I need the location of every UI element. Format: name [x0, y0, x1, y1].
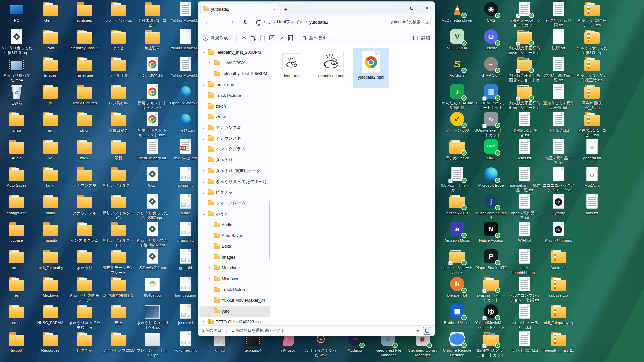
sidebar-item[interactable]: ›TETO-OUset240323.zip — [199, 317, 270, 325]
desktop-item[interactable]: 父子キャンプ2018 — [102, 330, 135, 353]
desktop-item[interactable]: zh-tw — [68, 138, 101, 160]
desktop-item[interactable]: ヘルスコンプレッション__歌詞.txt — [508, 276, 541, 302]
desktop-item[interactable]: ♪kiokumed.mid — [169, 330, 202, 353]
sidebar-item[interactable]: ›__MACOSX — [199, 58, 270, 68]
desktop-item[interactable]: ▦↗✓HDDFMT.exe - ショートカット — [475, 83, 507, 110]
chevron-icon[interactable]: › — [207, 298, 212, 303]
desktop-item[interactable]: ↗✓backup - ショートカット — [441, 248, 473, 275]
desktop-item[interactable]: YukkuriMovieM... — [169, 56, 202, 78]
desktop-item[interactable]: 売上 — [102, 303, 135, 325]
desktop-item[interactable]: ⚙MoZA.ini — [576, 166, 608, 188]
desktop-item[interactable]: ∿↗✓JQuake.exe - ショートカット — [475, 111, 507, 137]
desktop-item[interactable]: OpenCvSharp.dll... — [136, 138, 168, 165]
desktop-item[interactable]: テンポあて.html — [136, 56, 168, 78]
chevron-icon[interactable]: › — [201, 169, 206, 173]
file-tile[interactable]: icon.png — [274, 48, 310, 88]
desktop-item[interactable]: きゅうり食ってた午後三時 — [68, 303, 101, 330]
desktop-item[interactable]: ピクチャ — [68, 330, 101, 353]
breadcrumb[interactable]: › … › Htmlファイル › yutodata2 — [253, 17, 386, 27]
desktop-item[interactable]: ko — [34, 138, 66, 160]
desktop-item[interactable]: YukkuriMovieM... — [169, 1, 202, 23]
chevron-icon[interactable]: › — [201, 82, 206, 87]
sidebar-item[interactable]: ›フォトフレーム — [199, 198, 270, 209]
desktop-item[interactable]: ↗✓無人販売不正行為動画 - ショートカット — [508, 83, 541, 110]
desktop-item[interactable]: 営業日変更 — [102, 111, 135, 133]
desktop-item[interactable]: TimeTune — [68, 56, 101, 78]
desktop-item[interactable]: きゅうり食ってた.mp4 — [1, 56, 33, 82]
desktop-item[interactable]: きゅうり食ってた午後三時.zip — [576, 56, 608, 82]
chevron-icon[interactable]: › — [201, 158, 206, 163]
sidebar-item[interactable]: Telepathy_Inst_205BPM — [199, 68, 270, 79]
desktop-item[interactable]: Audio — [1, 138, 33, 160]
chevron-icon[interactable]: › — [207, 309, 212, 314]
desktop-item[interactable]: フォトフレーム — [102, 1, 135, 23]
desktop-item[interactable]: midi_Telepathy — [34, 248, 66, 270]
large-icons-view-icon[interactable] — [423, 327, 431, 334]
desktop-item[interactable]: N✓Native Access — [475, 221, 507, 243]
desktop-item[interactable]: ✓VLC media player — [441, 1, 473, 23]
desktop-item[interactable]: 無人販売.txt — [542, 111, 575, 133]
more-options-button[interactable]: ⋯ — [335, 34, 341, 41]
sidebar-item[interactable]: zh-tw — [199, 112, 270, 122]
desktop-item[interactable]: chatgpt-site — [1, 193, 33, 215]
desktop-item[interactable]: 新しいフォルダー (3) — [102, 221, 135, 247]
desktop-item[interactable]: malib — [34, 193, 66, 215]
tab-close-icon[interactable]: × — [272, 7, 277, 12]
up-button[interactable]: ↑ — [227, 17, 238, 27]
desktop-item[interactable]: Gemini — [34, 1, 66, 23]
desktop-item[interactable]: manisekarin - 親作品一覧.txt — [508, 166, 541, 192]
details-view-icon[interactable]: ≡ — [414, 327, 421, 334]
desktop-item[interactable]: ✓筆まめ Ver.28 — [441, 138, 473, 160]
desktop-item[interactable]: きゅうり食ってた午後3時-01.cpr — [1, 28, 33, 55]
desktop-item[interactable]: 新規 テキスト ドキュメント (2).html — [136, 83, 168, 110]
desktop-item[interactable]: 新規 テキスト ドキュメント.html — [136, 111, 168, 137]
chevron-icon[interactable]: › — [201, 201, 206, 206]
new-tab-button[interactable]: + — [281, 5, 290, 13]
desktop-item[interactable]: PDFmid_学校.pdf — [169, 138, 202, 160]
desktop-item[interactable]: プレゼンテーション1.jpg — [136, 330, 168, 357]
desktop-item[interactable]: ar-sa — [1, 111, 33, 133]
search-input[interactable]: yutodata2の検索 — [388, 17, 431, 27]
sidebar-item[interactable]: Track Pictures — [199, 90, 270, 101]
desktop-item[interactable]: runtimes — [68, 1, 101, 23]
sort-button[interactable]: ⇅ 並べ替え › — [303, 35, 330, 41]
share-button[interactable]: ↗ — [280, 35, 284, 41]
desktop-item[interactable]: Audio.zip — [542, 248, 575, 270]
desktop-item[interactable]: ⚙general.ini — [576, 138, 608, 160]
desktop-item[interactable]: ja — [34, 83, 66, 105]
desktop-item[interactable]: es — [1, 276, 33, 298]
desktop-item[interactable]: ♪✓かんたん！ AITalk 3 関西風 — [441, 83, 473, 110]
desktop-item[interactable]: ◉✓CMS — [475, 1, 507, 23]
copy-button[interactable] — [251, 35, 256, 41]
desktop-item[interactable]: Images — [34, 56, 66, 78]
file-tile[interactable]: phoneicon.png — [314, 48, 349, 88]
desktop-item[interactable]: きゅうり — [68, 248, 101, 270]
desktop-item[interactable]: ʃ✓MuseScore Studio 4 — [475, 193, 507, 220]
desktop-item[interactable]: ラベル印刷 — [102, 56, 135, 78]
desktop-item[interactable]: 死にたい_ゅ歌詞.txt — [542, 1, 575, 27]
sidebar-item[interactable]: ›アナウンス冬 — [199, 133, 270, 144]
titlebar[interactable]: yutodata2 × + — × — [198, 2, 435, 14]
sidebar-item[interactable]: ›Melodyne — [199, 263, 270, 274]
desktop-item[interactable]: アナウンス冬 — [68, 193, 101, 215]
sidebar-item[interactable]: Auto Saves — [199, 230, 270, 241]
sidebar-item[interactable]: ›Telepathy_Inst_205BPM — [199, 47, 270, 58]
sidebar-item[interactable]: ›yuto — [199, 306, 270, 317]
sidebar-item[interactable]: ›Mixdown — [199, 274, 270, 284]
forward-button[interactable]: → — [215, 17, 225, 27]
chevron-icon[interactable]: › — [201, 320, 206, 324]
sidebar-item[interactable]: Audio — [199, 220, 270, 230]
desktop-item[interactable]: V✓VOICEVOX — [441, 28, 473, 50]
chevron-icon[interactable]: › — [207, 277, 212, 281]
sidebar-item[interactable]: Edits — [199, 241, 270, 252]
close-button[interactable]: × — [419, 2, 435, 14]
desktop-item[interactable]: ✓Chrome Remote Desktop — [441, 330, 473, 357]
sidebar-item[interactable]: ›きゅうり_調声用データ — [199, 166, 270, 176]
desktop-item[interactable]: ω✓Discord — [475, 28, 507, 50]
desktop-item[interactable]: open - 親作品一覧.txt — [508, 193, 541, 220]
sidebar-item[interactable]: ›アナウンス夏 — [199, 122, 270, 133]
desktop-item[interactable]: P✓Piapro Studio NT2 — [475, 248, 507, 270]
desktop-item[interactable]: OpenCvSharp.x... — [169, 83, 202, 105]
desktop-item[interactable]: ♻ごみ箱 — [1, 83, 33, 105]
desktop-item[interactable]: ↗✓無人販売不正行為画像 - ショートカッ... — [508, 28, 541, 55]
